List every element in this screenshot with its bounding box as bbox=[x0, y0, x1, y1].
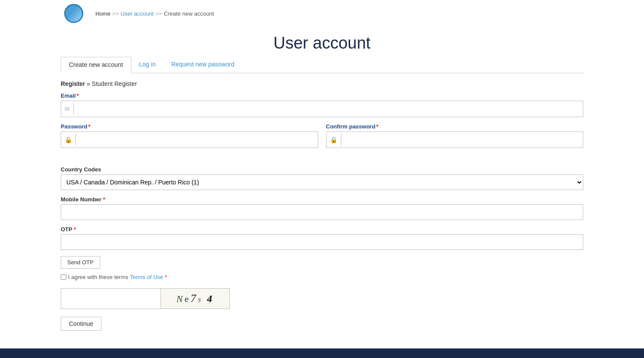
breadcrumb-home[interactable]: Home bbox=[95, 10, 111, 17]
otp-label: OTP * bbox=[61, 226, 583, 233]
email-required: * bbox=[77, 92, 79, 99]
send-otp-button[interactable]: Send OTP bbox=[61, 256, 100, 269]
tabs-container: Create new account Log in Request new pa… bbox=[61, 57, 583, 73]
terms-row: I agree with these termsTerms of Use * bbox=[61, 274, 583, 280]
password-icon: 🔒 bbox=[61, 134, 76, 146]
captcha-row: Ne7s 4 bbox=[61, 288, 583, 309]
confirm-password-label: Confirm password* bbox=[326, 123, 584, 130]
terms-checkbox[interactable] bbox=[61, 274, 66, 280]
bottom-bar bbox=[0, 348, 644, 358]
tab-request-password[interactable]: Request new password bbox=[163, 57, 242, 73]
password-field-container: 🔒 bbox=[61, 131, 318, 148]
terms-link[interactable]: Terms of Use bbox=[130, 274, 163, 280]
password-input[interactable] bbox=[76, 132, 318, 148]
email-label: Email* bbox=[61, 92, 583, 99]
terms-required: * bbox=[165, 274, 167, 280]
registration-form: Register » Student Register Email* ✉ Pas… bbox=[61, 80, 583, 344]
captcha-text: Ne7s 4 bbox=[177, 292, 214, 305]
confirm-password-input[interactable] bbox=[341, 132, 583, 148]
country-codes-label: Country Codes bbox=[61, 166, 583, 173]
terms-text: I agree with these terms bbox=[68, 274, 128, 280]
password-label: Password* bbox=[61, 123, 318, 130]
email-field-container: ✉ bbox=[61, 101, 583, 117]
email-input[interactable] bbox=[74, 101, 583, 117]
breadcrumb: Home >> User account >> Create new accou… bbox=[95, 10, 214, 17]
otp-input[interactable] bbox=[61, 234, 583, 250]
mobile-input[interactable] bbox=[61, 204, 583, 220]
page-title: User account bbox=[0, 34, 644, 53]
breadcrumb-current: Create new account bbox=[164, 10, 214, 17]
captcha-input[interactable] bbox=[61, 288, 160, 309]
continue-button[interactable]: Continue bbox=[61, 317, 101, 331]
logo bbox=[61, 3, 87, 24]
confirm-password-field-container: 🔒 bbox=[326, 131, 584, 148]
tab-create-account[interactable]: Create new account bbox=[61, 57, 131, 73]
captcha-image: Ne7s 4 bbox=[160, 288, 230, 309]
mobile-label: Mobile Number * bbox=[61, 196, 583, 203]
confirm-password-icon: 🔒 bbox=[327, 134, 341, 146]
register-heading: Register » Student Register bbox=[61, 80, 583, 87]
breadcrumb-user-account[interactable]: User account bbox=[121, 10, 154, 17]
email-icon: ✉ bbox=[61, 103, 74, 115]
country-codes-select[interactable]: USA / Canada / Dominican Rep. / Puerto R… bbox=[61, 174, 583, 190]
tab-login[interactable]: Log in bbox=[131, 57, 163, 73]
